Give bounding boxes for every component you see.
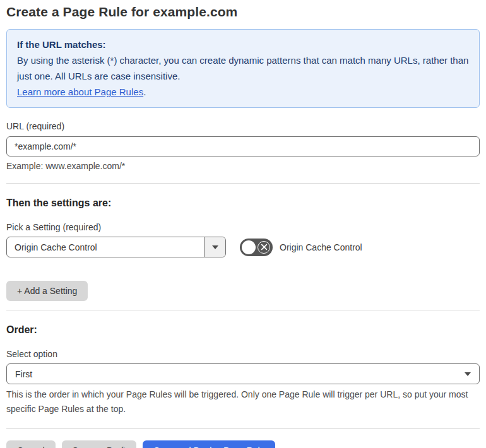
chevron-down-icon: [465, 372, 471, 376]
order-select[interactable]: First: [6, 363, 480, 384]
toggle-label: Origin Cache Control: [280, 242, 362, 252]
order-help-text: This is the order in which your Page Rul…: [6, 387, 480, 416]
save-and-deploy-button[interactable]: Save and Deploy Page Rule: [143, 440, 275, 448]
setting-picker-row: Origin Cache Control Origin Cache Contro…: [6, 237, 480, 257]
info-box-link-line: Learn more about Page Rules.: [17, 84, 469, 100]
setting-select-value: Origin Cache Control: [7, 237, 204, 257]
divider: [6, 183, 480, 184]
setting-select[interactable]: Origin Cache Control: [6, 237, 226, 257]
add-setting-button[interactable]: + Add a Setting: [6, 281, 88, 301]
cancel-button[interactable]: Cancel: [6, 440, 56, 448]
learn-more-link[interactable]: Learn more about Page Rules: [17, 86, 143, 97]
order-select-label: Select option: [6, 349, 480, 359]
url-example-hint: Example: www.example.com/*: [6, 161, 480, 171]
toggle-off-x-icon: [258, 241, 270, 254]
toggle-knob: [242, 240, 256, 254]
origin-cache-control-toggle[interactable]: [240, 239, 273, 256]
page-title: Create a Page Rule for example.com: [6, 4, 480, 20]
divider: [6, 428, 480, 429]
order-select-value: First: [15, 369, 465, 379]
chevron-down-icon: [212, 245, 218, 249]
info-box-body: By using the asterisk (*) character, you…: [17, 52, 469, 84]
order-section-heading: Order:: [6, 324, 480, 336]
link-suffix: .: [143, 86, 146, 97]
divider: [6, 310, 480, 310]
url-field-label: URL (required): [6, 121, 480, 131]
footer-actions: Cancel Save as Draft Save and Deploy Pag…: [6, 440, 480, 448]
url-match-info-box: If the URL matches: By using the asteris…: [6, 29, 480, 108]
save-as-draft-button[interactable]: Save as Draft: [62, 440, 137, 448]
url-input[interactable]: [6, 136, 480, 156]
settings-section-heading: Then the settings are:: [6, 197, 480, 209]
info-box-heading: If the URL matches:: [17, 37, 469, 52]
setting-select-arrow-button[interactable]: [204, 237, 225, 257]
pick-setting-label: Pick a Setting (required): [6, 222, 480, 232]
